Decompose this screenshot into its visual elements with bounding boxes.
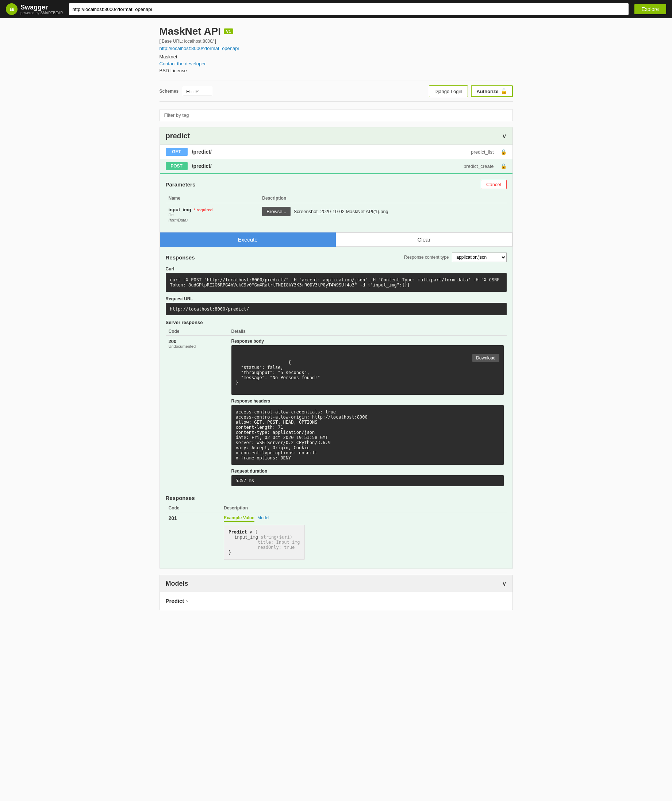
clear-button[interactable]: Clear — [336, 232, 512, 247]
execute-clear-row: Execute Clear — [160, 232, 512, 247]
request-url-label: Request URL — [166, 296, 507, 301]
models-section-header[interactable]: Models ∨ — [160, 575, 512, 592]
resp-201-desc: Example Value Model Predict ∨ { input_im… — [221, 512, 507, 563]
auth-buttons: Django Login Authorize 🔓 — [429, 85, 513, 97]
example-tabs: Example Value Model — [224, 515, 504, 522]
curl-code-block: curl -X POST "http://localhost:8000/pred… — [166, 273, 507, 292]
response-body-code: Download { "status": false, "throughput"… — [231, 345, 504, 395]
predict-section-header[interactable]: predict ∨ — [160, 127, 512, 145]
model-name: Predict — [229, 529, 250, 535]
filter-bar — [160, 109, 513, 121]
api-spec-url[interactable]: http://localhost:8000/?format=openapi — [160, 46, 239, 51]
col-description: Description — [259, 193, 506, 203]
get-endpoint-path: /predict/ — [192, 149, 467, 155]
file-name: Screenshot_2020-10-02 MaskNet API(1).png — [293, 209, 388, 214]
col-name: Name — [166, 193, 259, 203]
browse-button[interactable]: Browse... — [262, 207, 290, 216]
param-required: * required — [194, 207, 213, 212]
predict-model-name: Predict — [166, 598, 184, 604]
responses-codes-table: Code Description 201 Example Value M — [166, 504, 507, 563]
example-value-tab[interactable]: Example Value — [224, 515, 255, 522]
models-body: Predict › — [160, 592, 512, 610]
lock-icon: 🔓 — [501, 88, 507, 94]
explore-button[interactable]: Explore — [634, 4, 666, 14]
schemes-section: Schemes HTTP HTTPS — [160, 87, 213, 96]
response-content-type-row: Response content type application/json — [404, 253, 507, 262]
navbar: ≋ Swagger powered by SMARTBEAR Explore — [0, 0, 672, 18]
schemes-auth-bar: Schemes HTTP HTTPS Django Login Authoriz… — [160, 80, 513, 102]
execute-button[interactable]: Execute — [160, 232, 336, 247]
model-tab[interactable]: Model — [257, 515, 269, 522]
api-title: MaskNet API V1 — [160, 26, 513, 37]
parameters-section: Parameters Cancel Name Description — [160, 174, 512, 232]
request-url-section: Request URL http://localhost:8000/predic… — [166, 296, 507, 315]
predict-model-arrow: › — [186, 598, 188, 603]
schemes-label: Schemes — [160, 88, 179, 94]
models-chevron-icon: ∨ — [502, 579, 507, 587]
cancel-button[interactable]: Cancel — [481, 180, 506, 189]
logo-text: Swagger — [21, 4, 48, 11]
response-headers-label: Response headers — [231, 399, 504, 404]
schemes-select[interactable]: HTTP HTTPS — [183, 87, 212, 96]
request-duration-value: 5357 ms — [231, 475, 504, 486]
predict-section: predict ∨ GET /predict/ predict_list 🔒 P… — [160, 127, 513, 569]
authorize-button[interactable]: Authorize 🔓 — [471, 85, 513, 97]
server-response-title: Server response — [166, 320, 507, 325]
post-method-badge: POST — [166, 162, 188, 170]
api-version-badge: V1 — [224, 29, 233, 34]
api-license: BSD License — [160, 68, 513, 73]
server-response-section: Server response Code Details 200 — [166, 320, 507, 489]
api-base-url: [ Base URL: localhost:8000/ ] — [160, 39, 513, 44]
predict-model-item[interactable]: Predict › — [166, 595, 507, 607]
logo: ≋ Swagger powered by SMARTBEAR — [6, 3, 63, 15]
api-title-block: MaskNet API V1 [ Base URL: localhost:800… — [160, 26, 513, 73]
server-response-table: Code Details 200 Undocumented — [166, 327, 507, 489]
swagger-logo-icon: ≋ — [6, 3, 18, 15]
param-row: input_img * required file (formData) Bro… — [166, 203, 507, 227]
main-content: MaskNet API V1 [ Base URL: localhost:800… — [154, 18, 519, 623]
parameters-title: Parameters — [166, 181, 196, 188]
file-input-area: Browse... Screenshot_2020-10-02 MaskNet … — [262, 207, 503, 216]
api-description: Masknet — [160, 54, 513, 60]
response-ct-label: Response content type — [404, 255, 449, 260]
curl-label: Curl — [166, 266, 507, 272]
post-endpoint-path: /predict/ — [192, 163, 459, 169]
download-button[interactable]: Download — [472, 354, 499, 362]
response-content-type-select[interactable]: application/json — [452, 253, 507, 262]
predict-section-title: predict — [166, 132, 190, 140]
responses-section: Responses Response content type applicat… — [160, 247, 512, 569]
model-preview: Predict ∨ { input_img string($uri) title… — [224, 525, 305, 560]
code-col: Code — [166, 504, 221, 512]
api-url-input[interactable] — [69, 3, 628, 15]
server-response-row: 200 Undocumented Response body Download … — [166, 336, 507, 489]
get-predict-row[interactable]: GET /predict/ predict_list 🔒 — [160, 145, 512, 159]
params-table: Name Description input_img * required — [166, 193, 507, 226]
filter-input[interactable] — [160, 109, 513, 121]
api-contact-link[interactable]: Contact the developer — [160, 61, 513, 66]
resp-undoc: Undocumented — [169, 344, 226, 349]
details-col-header: Details — [229, 327, 507, 336]
post-predict-row[interactable]: POST /predict/ predict_create 🔒 — [160, 159, 512, 173]
param-extra: (formData) — [169, 218, 188, 222]
get-lock-icon: 🔒 — [500, 149, 507, 155]
request-duration-label: Request duration — [231, 468, 504, 474]
desc-col: Description — [221, 504, 507, 512]
code-col-header: Code — [166, 327, 229, 336]
responses-title: Responses — [166, 254, 195, 261]
post-panel: Parameters Cancel Name Description — [160, 173, 512, 569]
django-login-button[interactable]: Django Login — [429, 85, 468, 97]
response-headers-code: access-control-allow-credentials: true a… — [231, 405, 504, 465]
post-endpoint-name: predict_create — [464, 164, 493, 169]
resp-201-code: 201 — [166, 512, 221, 563]
responses-codes-title: Responses — [166, 495, 507, 501]
request-url-value: http://localhost:8000/predict/ — [166, 303, 507, 315]
get-method-badge: GET — [166, 148, 188, 156]
responses-codes-section: Responses Code Description 201 — [166, 495, 507, 563]
logo-sub: powered by SMARTBEAR — [21, 11, 63, 15]
param-type: file — [169, 212, 256, 217]
param-name: input_img * required — [169, 207, 256, 212]
predict-chevron-icon: ∨ — [502, 132, 507, 140]
models-section: Models ∨ Predict › — [160, 575, 513, 610]
response-body-label: Response body — [231, 339, 504, 344]
curl-section: Curl curl -X POST "http://localhost:8000… — [166, 266, 507, 292]
